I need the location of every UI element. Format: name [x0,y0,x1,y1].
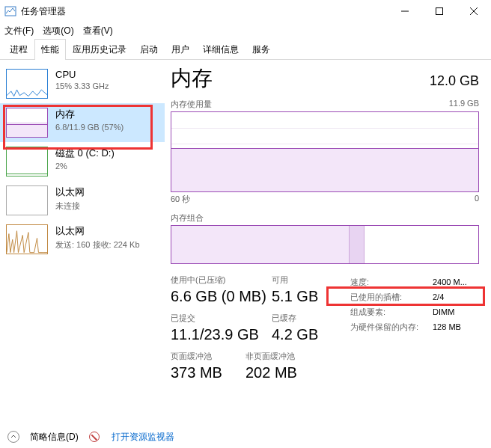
tab-processes[interactable]: 进程 [3,39,34,60]
main-panel: 内存 12.0 GB 内存使用量 11.9 GB 60 秒 0 内存组合 [165,60,491,426]
info-form: DIMM [433,307,454,316]
sidebar-item-title: 磁盘 0 (C: D:) [55,147,115,160]
sidebar: CPU 15% 3.33 GHz 内存 6.8/11.9 GB (57%) 磁盘… [0,60,165,426]
composition-label: 内存组合 [171,212,479,224]
tab-startup[interactable]: 启动 [133,39,165,60]
ethernet-thumb [6,224,48,254]
menu-view[interactable]: 查看(V) [83,25,113,37]
sidebar-item-sub: 6.8/11.9 GB (57%) [55,123,123,132]
open-resource-monitor-link[interactable]: 打开资源监视器 [112,431,174,444]
ethernet-thumb [6,185,48,215]
page-title: 内存 [171,64,213,93]
window-title: 任务管理器 [21,5,66,18]
sidebar-item-cpu[interactable]: CPU 15% 3.33 GHz [0,64,165,103]
memory-thumb [6,108,48,138]
footer-bar: 简略信息(D) 打开资源监视器 [0,426,491,448]
close-button[interactable] [457,0,491,22]
sidebar-item-title: 以太网 [55,224,140,238]
chevron-up-icon[interactable] [7,431,19,443]
title-bar: 任务管理器 [0,0,491,22]
sidebar-item-sub: 15% 3.33 GHz [55,82,109,90]
x-axis-left: 60 秒 [171,194,190,205]
tab-performance[interactable]: 性能 [34,39,66,60]
tab-services[interactable]: 服务 [246,39,277,60]
sidebar-item-title: CPU [55,69,109,80]
tab-details[interactable]: 详细信息 [196,39,246,60]
menu-file[interactable]: 文件(F) [4,25,34,37]
usage-graph-label: 内存使用量 [171,99,212,110]
stat-label: 使用中(已压缩) [171,274,272,286]
stat-label: 页面缓冲池 [171,351,246,362]
usage-graph-max: 11.9 GB [449,99,479,110]
no-entry-icon [89,432,100,442]
sidebar-item-ethernet-2[interactable]: 以太网 发送: 160 接收: 224 Kb [0,220,165,259]
info-label: 为硬件保留的内存: [350,322,433,333]
minimize-button[interactable] [388,0,422,22]
disk-thumb [6,147,48,177]
menu-bar: 文件(F) 选项(O) 查看(V) [0,22,491,39]
stat-committed: 11.1/23.9 GB [171,326,272,343]
sidebar-item-disk[interactable]: 磁盘 0 (C: D:) 2% [0,142,165,181]
info-label: 已使用的插槽: [350,292,433,303]
x-axis-right: 0 [475,194,479,205]
maximize-button[interactable] [422,0,457,22]
svg-rect-2 [436,8,443,15]
sidebar-item-sub: 发送: 160 接收: 224 Kb [55,239,140,251]
info-slots: 2/4 [433,292,444,301]
info-reserved: 128 MB [433,322,461,331]
sidebar-item-title: 内存 [55,108,123,121]
sidebar-item-sub: 未连接 [55,200,85,212]
sidebar-item-title: 以太网 [55,185,85,199]
menu-options[interactable]: 选项(O) [43,25,73,37]
stat-cached: 4.2 GB [272,326,318,343]
memory-usage-graph[interactable] [171,111,479,192]
stat-available: 5.1 GB [272,288,318,305]
info-label: 组成要素: [350,307,433,318]
stat-label: 已缓存 [272,313,318,324]
sidebar-item-sub: 2% [55,162,115,171]
memory-capacity: 12.0 GB [430,73,479,89]
sidebar-item-ethernet-1[interactable]: 以太网 未连接 [0,181,165,220]
stat-label: 非页面缓冲池 [246,351,297,362]
stat-paged-pool: 373 MB [171,364,246,381]
sidebar-item-memory[interactable]: 内存 6.8/11.9 GB (57%) [0,103,165,142]
memory-composition-graph[interactable] [171,225,479,264]
tab-users[interactable]: 用户 [165,39,196,60]
less-details-link[interactable]: 简略信息(D) [30,431,79,444]
tab-app-history[interactable]: 应用历史记录 [66,39,133,60]
stats-area: 使用中(已压缩) 6.6 GB (0 MB) 可用 5.1 GB 已提交 11.… [171,274,479,389]
stat-label: 已提交 [171,313,272,324]
stat-in-use: 6.6 GB (0 MB) [171,288,272,305]
info-label: 速度: [350,277,433,288]
cpu-thumb [6,69,48,99]
stat-label: 可用 [272,274,318,286]
stat-nonpaged-pool: 202 MB [246,364,297,381]
info-speed: 2400 M... [433,277,467,286]
tab-bar: 进程 性能 应用历史记录 启动 用户 详细信息 服务 [0,39,491,60]
app-icon [4,5,16,17]
